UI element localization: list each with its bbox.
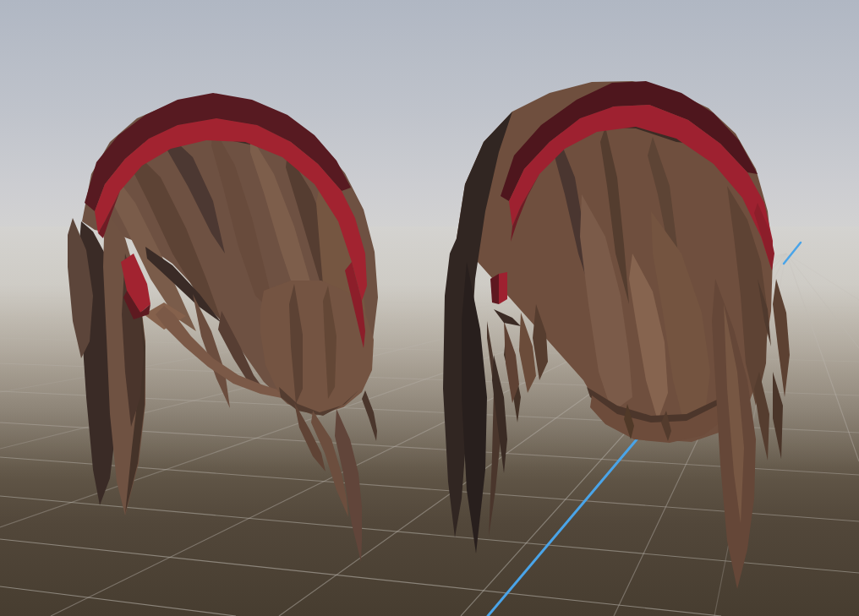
hair_right-polygon: [499, 272, 507, 304]
viewport-3d[interactable]: [0, 0, 859, 616]
